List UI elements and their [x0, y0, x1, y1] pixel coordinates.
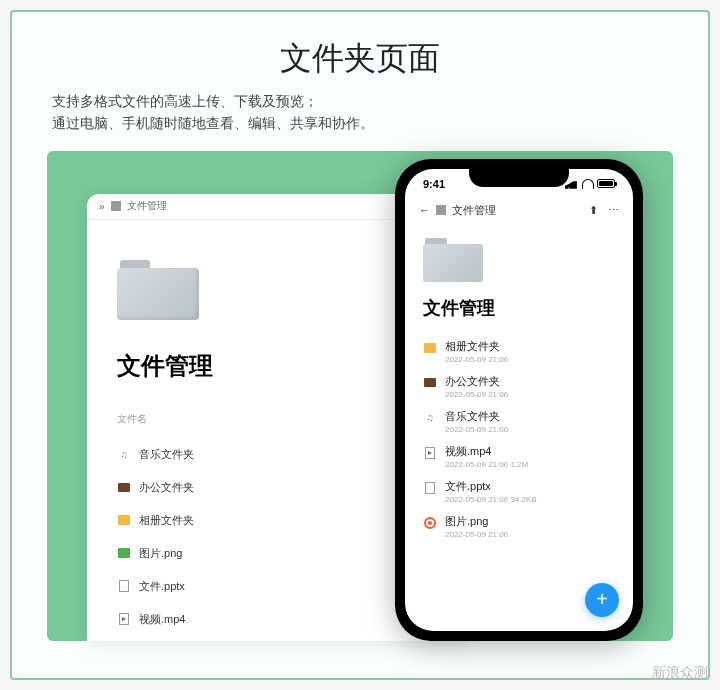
folder-icon: [111, 201, 121, 211]
file-name: 音乐文件夹: [139, 447, 194, 462]
status-time: 9:41: [423, 178, 445, 190]
file-name: 图片.png: [139, 546, 182, 561]
back-button[interactable]: ←: [419, 204, 430, 216]
file-name: 音乐文件夹: [445, 409, 508, 424]
promo-frame: 文件夹页面 支持多格式文件的高速上传、下载及预览； 通过电脑、手机随时随地查看、…: [10, 10, 710, 680]
photo-icon: [423, 341, 437, 355]
file-name: 相册文件夹: [139, 513, 194, 528]
add-button[interactable]: +: [585, 583, 619, 617]
list-item[interactable]: 办公文件夹: [117, 471, 437, 504]
more-button[interactable]: ⋯: [608, 204, 619, 217]
device-stage: » 文件管理 文件管理 文件名 ♫音乐文件夹办公文件夹相册文件夹图片.png文件…: [47, 151, 673, 641]
share-button[interactable]: ⬆: [589, 204, 598, 217]
wifi-icon: [582, 179, 594, 189]
list-item[interactable]: ♫音乐文件夹2022-05-09 21:06: [423, 404, 615, 439]
document-icon: [423, 481, 437, 495]
file-name: 相册文件夹: [445, 339, 508, 354]
desktop-heading: 文件管理: [117, 350, 437, 382]
file-name: 视频.mp4: [139, 612, 185, 627]
video-icon: [423, 446, 437, 460]
file-meta: 2022-05-09 21:06: [445, 355, 508, 364]
breadcrumb[interactable]: 文件管理: [127, 199, 167, 213]
folder-hero-icon: [117, 260, 199, 320]
folder-icon: [436, 205, 446, 215]
header: 文件夹页面: [12, 12, 708, 91]
phone-frame: 9:41 ← 文件管理 ⬆ ⋯: [395, 159, 643, 641]
phone-screen: 9:41 ← 文件管理 ⬆ ⋯: [405, 169, 633, 631]
phone-body: 文件管理 相册文件夹2022-05-09 21:06办公文件夹2022-05-0…: [405, 222, 633, 552]
list-item[interactable]: 相册文件夹2022-05-09 21:06: [423, 334, 615, 369]
file-name: 办公文件夹: [139, 480, 194, 495]
target-icon: [423, 516, 437, 530]
music-icon: ♫: [117, 447, 131, 461]
chevron-icon[interactable]: »: [99, 201, 105, 212]
list-item[interactable]: 文件.pptx: [117, 570, 437, 603]
file-meta: 2022-05-09 21:06: [445, 425, 508, 434]
file-name: 文件.pptx: [139, 579, 185, 594]
document-icon: [117, 579, 131, 593]
list-item[interactable]: 视频.mp4: [117, 603, 437, 636]
file-name: 办公文件夹: [445, 374, 508, 389]
file-meta: 2022-05-09 21:06 1.2M: [445, 460, 528, 469]
list-item[interactable]: 图片.png: [117, 537, 437, 570]
list-item[interactable]: 文件.pptx2022-05-09 21:06 34.2KB: [423, 474, 615, 509]
list-item[interactable]: 图片.png2022-05-09 21:06: [423, 509, 615, 544]
briefcase-icon: [423, 376, 437, 390]
image-icon: [117, 546, 131, 560]
file-name: 视频.mp4: [445, 444, 528, 459]
file-name: 图片.png: [445, 514, 508, 529]
list-item[interactable]: ♫音乐文件夹: [117, 438, 437, 471]
breadcrumb[interactable]: 文件管理: [452, 203, 496, 218]
briefcase-icon: [117, 480, 131, 494]
phone-notch: [469, 169, 569, 187]
battery-icon: [597, 179, 615, 188]
list-item[interactable]: 视频.mp42022-05-09 21:06 1.2M: [423, 439, 615, 474]
page-title: 文件夹页面: [12, 37, 708, 81]
file-name: 文件.pptx: [445, 479, 537, 494]
photo-icon: [117, 513, 131, 527]
desc-line-1: 支持多格式文件的高速上传、下载及预览；: [52, 94, 318, 109]
desc-line-2: 通过电脑、手机随时随地查看、编辑、共享和协作。: [52, 116, 374, 131]
list-item[interactable]: 相册文件夹: [117, 504, 437, 537]
phone-nav: ← 文件管理 ⬆ ⋯: [405, 199, 633, 222]
file-meta: 2022-05-09 21:06: [445, 390, 508, 399]
signal-icon: [565, 179, 579, 189]
phone-heading: 文件管理: [423, 296, 615, 320]
video-icon: [117, 612, 131, 626]
music-icon: ♫: [423, 411, 437, 425]
description: 支持多格式文件的高速上传、下载及预览； 通过电脑、手机随时随地查看、编辑、共享和…: [12, 91, 708, 151]
folder-hero-icon: [423, 238, 483, 282]
watermark: 新浪众测: [652, 664, 708, 682]
list-item[interactable]: 办公文件夹2022-05-09 21:06: [423, 369, 615, 404]
file-meta: 2022-05-09 21:06 34.2KB: [445, 495, 537, 504]
column-label: 文件名: [117, 412, 437, 426]
file-meta: 2022-05-09 21:06: [445, 530, 508, 539]
